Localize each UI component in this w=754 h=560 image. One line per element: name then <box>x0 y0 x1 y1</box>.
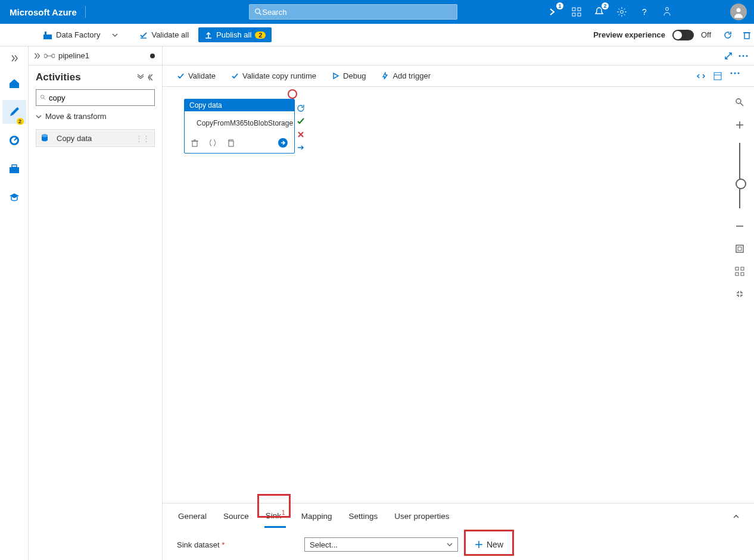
pipeline-tab-label: pipeline1 <box>58 51 89 60</box>
copy-icon[interactable] <box>226 139 235 147</box>
expand-icon[interactable] <box>724 52 733 60</box>
directory-icon[interactable] <box>571 6 582 18</box>
zoom-in-button[interactable] <box>733 118 747 132</box>
svg-point-6 <box>621 11 624 14</box>
activity-copy-data[interactable]: Copy data ⋮⋮ <box>36 129 155 147</box>
category-move-transform[interactable]: Move & transform <box>29 106 162 127</box>
tab-general[interactable]: General <box>177 506 208 527</box>
node-side-icons <box>296 104 306 152</box>
pipeline-icon <box>44 52 55 60</box>
properties-icon[interactable] <box>714 72 722 80</box>
activities-title: Activities <box>36 71 81 83</box>
validate-button[interactable]: Validate <box>177 71 216 80</box>
add-trigger-button[interactable]: Add trigger <box>381 71 431 80</box>
panel-collapse-icon[interactable] <box>148 74 155 81</box>
refresh-icon[interactable] <box>723 30 733 40</box>
tab-user-properties[interactable]: User properties <box>393 506 450 527</box>
rail-home[interactable] <box>2 71 26 95</box>
svg-text:?: ? <box>642 7 647 17</box>
svg-point-42 <box>736 99 741 104</box>
publish-all-label: Publish all <box>216 30 251 39</box>
svg-point-9 <box>737 8 741 12</box>
rail-expand-button[interactable] <box>2 50 26 67</box>
svg-rect-48 <box>738 247 741 251</box>
svg-rect-2 <box>572 8 575 11</box>
svg-point-28 <box>743 55 744 57</box>
user-avatar[interactable] <box>730 4 747 20</box>
notifications-icon[interactable]: 2 <box>593 6 605 18</box>
delete-icon[interactable] <box>742 30 752 40</box>
gauge-icon <box>8 134 20 146</box>
collapse-all-icon[interactable] <box>137 74 144 81</box>
validate-all-button[interactable]: Validate all <box>133 28 195 42</box>
sink-dataset-select[interactable]: Select... <box>304 537 458 552</box>
graduation-icon <box>8 192 20 204</box>
global-search[interactable] <box>249 4 457 20</box>
play-icon <box>332 72 339 80</box>
left-rail: 2 <box>0 46 29 560</box>
cloud-shell-badge: 1 <box>556 2 563 10</box>
check-icon <box>231 72 239 80</box>
copy-data-node[interactable]: Copy data CopyFromM365toBlobStorage <box>184 99 295 154</box>
success-icon <box>296 117 306 126</box>
fit-screen-button[interactable] <box>733 242 747 256</box>
node-footer <box>185 135 294 153</box>
rail-monitor[interactable] <box>2 129 26 152</box>
notifications-badge: 2 <box>602 2 609 10</box>
top-icons: 1 2 ? <box>548 4 747 20</box>
tab-source[interactable]: Source <box>222 506 250 527</box>
preview-experience-label: Preview experience <box>593 30 665 39</box>
publish-all-button[interactable]: Publish all 2 <box>198 27 272 42</box>
drag-handle-icon[interactable]: ⋮⋮ <box>135 134 149 143</box>
azure-top-bar: Microsoft Azure 1 2 ? <box>0 0 754 24</box>
svg-rect-18 <box>10 167 19 173</box>
refresh-icon[interactable] <box>296 104 306 113</box>
highlight-sink-tab <box>257 494 291 518</box>
layout-button[interactable] <box>733 264 747 279</box>
rail-author[interactable]: 2 <box>2 100 26 124</box>
pencil-icon <box>8 106 20 118</box>
validate-runtime-button[interactable]: Validate copy runtime <box>231 71 316 80</box>
svg-point-27 <box>739 55 741 57</box>
settings-icon[interactable] <box>616 6 628 18</box>
preview-toggle[interactable] <box>672 30 694 40</box>
search-icon <box>40 94 46 101</box>
more-icon[interactable] <box>739 52 748 60</box>
pipeline-tab[interactable]: pipeline1 <box>29 46 162 65</box>
activities-search[interactable] <box>36 89 155 106</box>
cloud-shell-icon[interactable]: 1 <box>548 6 560 18</box>
chevron-up-icon[interactable] <box>733 513 740 520</box>
activities-search-input[interactable] <box>49 93 151 102</box>
rail-learn[interactable] <box>2 186 26 209</box>
new-dataset-button[interactable]: New <box>466 538 512 551</box>
search-canvas-button[interactable] <box>733 95 747 110</box>
braces-icon[interactable] <box>208 139 217 147</box>
rail-manage[interactable] <box>2 157 26 181</box>
svg-rect-11 <box>45 32 46 35</box>
feedback-icon[interactable] <box>661 6 673 18</box>
help-icon[interactable]: ? <box>638 6 650 18</box>
zoom-out-button[interactable] <box>733 219 747 233</box>
tab-settings[interactable]: Settings <box>347 506 379 527</box>
svg-rect-50 <box>741 267 744 270</box>
arrow-right-circle-icon[interactable] <box>278 137 288 148</box>
debug-label: Debug <box>343 71 366 80</box>
code-icon[interactable] <box>697 72 705 80</box>
svg-rect-20 <box>44 54 47 58</box>
tab-mapping[interactable]: Mapping <box>300 506 334 527</box>
zoom-slider[interactable] <box>739 143 740 208</box>
pipeline-canvas[interactable]: Copy data CopyFromM365toBlobStorage <box>163 87 754 503</box>
svg-rect-10 <box>43 35 52 39</box>
secondary-toolbar: Data Factory Validate all Publish all 2 … <box>0 24 754 46</box>
more-icon[interactable] <box>730 72 740 74</box>
svg-point-33 <box>734 72 736 74</box>
trash-icon[interactable] <box>191 139 199 147</box>
fullscreen-collapse-button[interactable] <box>733 287 747 301</box>
double-chevron-right-icon[interactable] <box>33 52 40 60</box>
check-icon <box>177 72 185 80</box>
debug-button[interactable]: Debug <box>332 71 366 80</box>
data-factory-breadcrumb[interactable]: Data Factory <box>37 28 124 42</box>
svg-rect-30 <box>714 73 721 80</box>
global-search-input[interactable] <box>262 8 452 17</box>
svg-rect-13 <box>744 33 749 39</box>
